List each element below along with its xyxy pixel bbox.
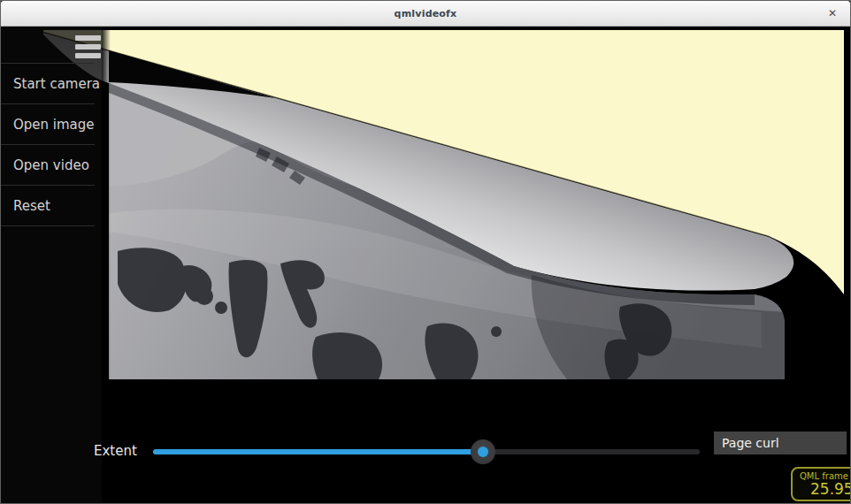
slider-handle-dot <box>478 447 488 457</box>
window-titlebar: qmlvideofx ✕ <box>1 1 850 27</box>
extent-slider[interactable] <box>153 438 700 466</box>
page-curl-canvas <box>1 1 851 504</box>
sidebar-menu: Start camera Open image Open video Reset <box>1 63 95 226</box>
slider-handle[interactable] <box>471 439 495 464</box>
close-icon[interactable]: ✕ <box>824 4 841 22</box>
frame-rate-box: QML frame r... 25.95 <box>791 467 851 501</box>
slider-fill <box>153 449 483 454</box>
sidebar-item-start-camera[interactable]: Start camera <box>1 64 95 104</box>
sidebar-edge-shadow <box>102 27 111 504</box>
extent-slider-label: Extent <box>94 443 137 459</box>
hamburger-menu-icon[interactable] <box>75 35 102 60</box>
sidebar-item-open-image[interactable]: Open image <box>1 104 95 145</box>
window-title: qmlvideofx <box>395 8 457 19</box>
effect-selector-button[interactable]: Page curl <box>714 431 847 454</box>
app-window: qmlvideofx ✕ Start camera Open image Ope… <box>0 0 851 504</box>
frame-rate-value: 25.95 <box>800 481 851 497</box>
sidebar-item-open-video[interactable]: Open video <box>1 145 95 186</box>
sidebar-panel: Start camera Open image Open video Reset <box>1 27 102 504</box>
sidebar-item-reset[interactable]: Reset <box>1 186 95 226</box>
